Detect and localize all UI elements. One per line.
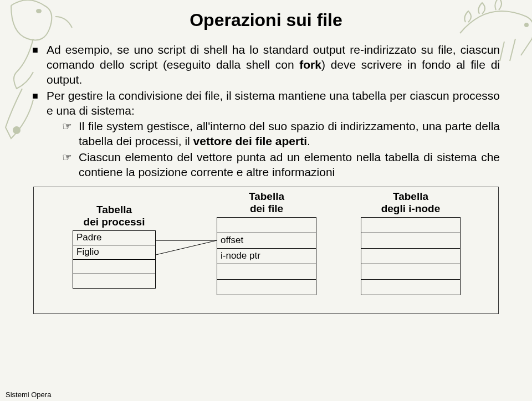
sub-bullet-text-bold: vettore dei file aperti [193, 135, 307, 147]
file-table-block: Tabelladei file offset i-node ptr [217, 191, 316, 295]
footer-text: Sistemi Opera [6, 390, 51, 399]
inode-table-block: Tabelladegli i-node [361, 191, 461, 295]
bullet-list: ■ Ad esempio, se uno script di shell ha … [32, 43, 500, 181]
table-row [217, 280, 316, 295]
table-row [73, 260, 156, 274]
table-row: Padre [73, 231, 156, 245]
table-row [73, 274, 156, 289]
sub-bullet-text: . [307, 135, 310, 147]
inode-table-label: Tabelladegli i-node [361, 191, 461, 215]
bullet-item: ■ Ad esempio, se uno script di shell ha … [32, 43, 500, 88]
table-row [217, 264, 316, 280]
process-table-block: Tabelladei processi Padre Figlio [73, 204, 156, 289]
process-table-grid: Padre Figlio [73, 230, 156, 289]
table-row: i-node ptr [217, 249, 316, 264]
bullet-text-bold: fork [299, 58, 321, 71]
slide-title: Operazioni sui file [32, 10, 500, 30]
sub-bullet-item: ☞ Ciascun elemento del vettore punta ad … [62, 150, 500, 180]
table-row: Figlio [73, 245, 156, 260]
bullet-marker-square: ■ [32, 89, 47, 181]
sub-bullet-item: ☞ Il file system gestisce, all'interno d… [62, 119, 500, 149]
table-row [361, 233, 461, 249]
table-row [361, 249, 461, 264]
table-row [217, 218, 316, 233]
tables-diagram: Tabelladei processi Padre Figlio Tabella… [33, 187, 499, 314]
file-table-grid: offset i-node ptr [217, 217, 316, 295]
bullet-marker-hand: ☞ [62, 119, 79, 149]
svg-line-4 [156, 240, 217, 255]
table-row: offset [217, 233, 316, 249]
process-table-label: Tabelladei processi [73, 204, 156, 228]
sub-bullet-text: Ciascun elemento del vettore punta ad un… [79, 151, 500, 178]
table-row [361, 264, 461, 280]
table-row [361, 280, 461, 295]
bullet-marker-hand: ☞ [62, 150, 79, 180]
bullet-marker-square: ■ [32, 43, 47, 88]
inode-table-grid [361, 217, 461, 295]
bullet-item: ■ Per gestire la condivisione dei file, … [32, 89, 500, 181]
bullet-text: Per gestire la condivisione dei file, il… [47, 89, 500, 117]
file-table-label: Tabelladei file [217, 191, 316, 215]
table-row [361, 218, 461, 233]
